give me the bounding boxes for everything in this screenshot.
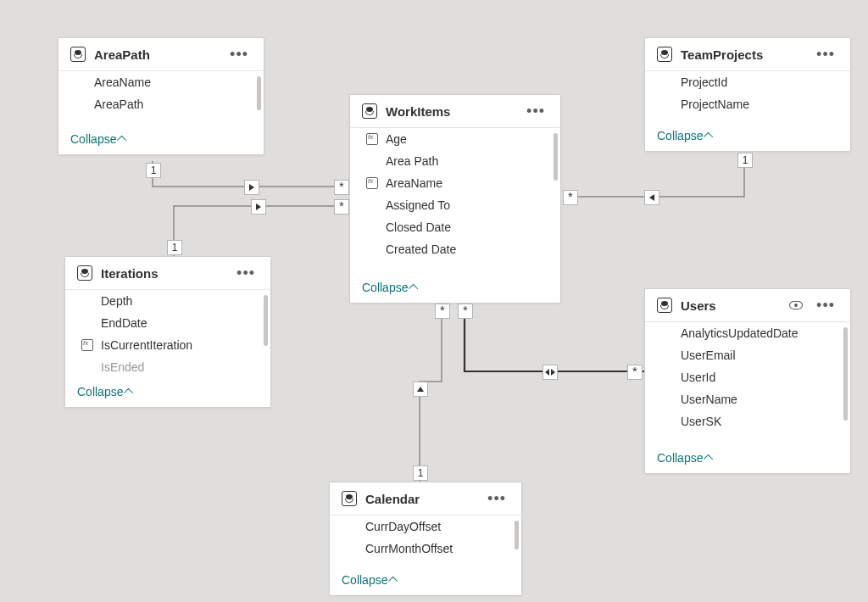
more-options-button[interactable]: ••• <box>484 493 509 504</box>
field-name: UserSK <box>681 415 721 428</box>
field-row[interactable]: CurrDayOffset <box>330 516 521 538</box>
field-row[interactable]: EndDate <box>65 312 270 334</box>
cardinality-many: * <box>435 304 450 319</box>
table-workitems[interactable]: WorkItems ••• Age Area Path AreaName Ass… <box>349 94 561 304</box>
filter-direction-icon <box>251 199 266 215</box>
table-title: WorkItems <box>386 104 515 119</box>
collapse-label: Collapse <box>70 132 116 146</box>
collapse-label: Collapse <box>342 573 387 587</box>
table-header[interactable]: WorkItems ••• <box>350 95 560 128</box>
scrollbar[interactable] <box>515 521 519 549</box>
field-row[interactable]: IsCurrentIteration <box>65 334 270 356</box>
eye-icon[interactable] <box>789 301 803 309</box>
table-teamprojects[interactable]: TeamProjects ••• ProjectId ProjectName C… <box>644 37 851 152</box>
collapse-button[interactable]: Collapse <box>645 122 850 151</box>
field-name: IsCurrentIteration <box>101 338 192 352</box>
table-title: AreaPath <box>94 47 218 62</box>
table-header[interactable]: AreaPath ••• <box>58 38 264 71</box>
field-name: Assigned To <box>386 198 450 212</box>
collapse-label: Collapse <box>77 385 123 399</box>
chevron-up-icon <box>388 577 398 586</box>
table-header[interactable]: Users ••• <box>645 289 850 322</box>
collapse-button[interactable]: Collapse <box>350 274 560 303</box>
scrollbar[interactable] <box>554 133 558 181</box>
field-name: Closed Date <box>386 220 451 234</box>
field-row[interactable]: UserSK <box>645 410 850 432</box>
collapse-label: Collapse <box>657 451 703 465</box>
field-row[interactable]: CurrMonthOffset <box>330 538 521 560</box>
more-options-button[interactable]: ••• <box>233 267 259 279</box>
more-options-button[interactable]: ••• <box>813 299 838 311</box>
field-name: AreaName <box>94 75 151 89</box>
database-icon <box>657 47 672 62</box>
table-iterations[interactable]: Iterations ••• Depth EndDate IsCurrentIt… <box>64 256 271 408</box>
field-row[interactable]: Assigned To <box>350 194 560 216</box>
field-row[interactable]: ProjectId <box>645 71 850 93</box>
field-row[interactable]: Area Path <box>350 150 560 172</box>
field-list[interactable]: AnalyticsUpdatedDate UserEmail UserId Us… <box>645 322 850 444</box>
field-row[interactable]: AreaName <box>350 172 560 194</box>
field-name: UserEmail <box>681 348 736 362</box>
field-list[interactable]: AreaName AreaPath <box>58 71 264 125</box>
field-row[interactable]: AnalyticsUpdatedDate <box>645 322 850 344</box>
collapse-button[interactable]: Collapse <box>645 444 850 473</box>
field-name: AreaName <box>386 176 442 190</box>
scrollbar[interactable] <box>257 76 261 110</box>
field-row[interactable]: Closed Date <box>350 216 560 238</box>
field-name: Age <box>386 132 407 146</box>
model-canvas[interactable]: AreaPath ••• AreaName AreaPath Collapse … <box>0 0 868 602</box>
chevron-up-icon <box>409 284 418 293</box>
collapse-label: Collapse <box>362 281 408 294</box>
filter-direction-icon <box>244 180 259 195</box>
cardinality-one: 1 <box>413 465 428 481</box>
field-row[interactable]: IsEnded <box>65 356 270 378</box>
scrollbar[interactable] <box>843 327 848 421</box>
cardinality-many: * <box>334 180 349 195</box>
field-name: Depth <box>101 294 132 308</box>
collapse-button[interactable]: Collapse <box>330 566 521 595</box>
field-row[interactable]: UserEmail <box>645 344 850 366</box>
field-name: CurrDayOffset <box>365 520 441 533</box>
field-list[interactable]: Depth EndDate IsCurrentIteration IsEnded <box>65 290 270 378</box>
database-icon <box>77 265 92 281</box>
more-options-button[interactable]: ••• <box>813 48 838 60</box>
field-row[interactable]: UserId <box>645 366 850 388</box>
collapse-label: Collapse <box>657 129 703 142</box>
field-row[interactable]: Depth <box>65 290 270 312</box>
table-header[interactable]: Iterations ••• <box>65 257 270 290</box>
field-name: AreaPath <box>94 98 143 111</box>
filter-direction-icon <box>644 190 659 205</box>
cardinality-many: * <box>334 199 349 215</box>
field-list[interactable]: ProjectId ProjectName <box>645 71 850 122</box>
field-row[interactable]: AreaName <box>58 71 264 93</box>
field-list[interactable]: Age Area Path AreaName Assigned To Close… <box>350 128 560 274</box>
field-row[interactable]: UserName <box>645 388 850 410</box>
field-name: ProjectId <box>681 75 727 89</box>
table-calendar[interactable]: Calendar ••• CurrDayOffset CurrMonthOffs… <box>329 482 522 596</box>
table-header[interactable]: Calendar ••• <box>330 482 521 516</box>
cardinality-many: * <box>563 190 578 205</box>
collapse-button[interactable]: Collapse <box>58 125 264 154</box>
field-row[interactable]: AreaPath <box>58 93 264 115</box>
scrollbar[interactable] <box>264 295 268 346</box>
table-areapath[interactable]: AreaPath ••• AreaName AreaPath Collapse <box>58 37 264 155</box>
database-icon <box>342 491 357 506</box>
filter-direction-both-icon <box>542 365 558 380</box>
cardinality-many: * <box>627 365 643 380</box>
table-users[interactable]: Users ••• AnalyticsUpdatedDate UserEmail… <box>644 288 851 474</box>
collapse-button[interactable]: Collapse <box>65 378 270 407</box>
field-row[interactable]: Created Date <box>350 238 560 260</box>
database-icon <box>657 298 672 313</box>
more-options-button[interactable]: ••• <box>226 48 252 60</box>
table-header[interactable]: TeamProjects ••• <box>645 38 850 71</box>
more-options-button[interactable]: ••• <box>523 105 548 117</box>
fx-icon <box>81 338 94 352</box>
field-row[interactable]: ProjectName <box>645 93 850 115</box>
field-list[interactable]: CurrDayOffset CurrMonthOffset <box>330 516 521 566</box>
field-name: UserName <box>681 393 737 406</box>
cardinality-one: 1 <box>146 163 161 178</box>
field-row[interactable]: Age <box>350 128 560 150</box>
cardinality-many: * <box>458 304 473 319</box>
table-title: Calendar <box>365 492 476 506</box>
table-title: Users <box>681 298 781 313</box>
